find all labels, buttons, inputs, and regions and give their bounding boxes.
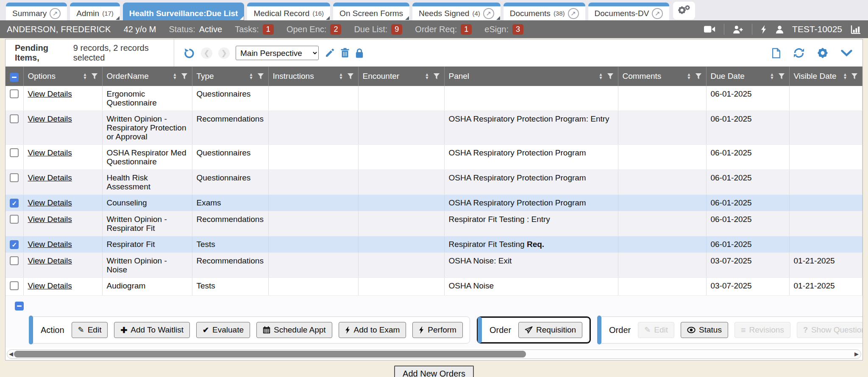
tab-medical-record[interactable]: Medical Record (16) [247,3,330,20]
delete-perspective-icon[interactable] [341,48,349,58]
row-checkbox[interactable] [10,148,19,157]
select-all-checkbox[interactable] [10,73,19,82]
row-checkbox[interactable] [10,256,19,265]
sort-icon[interactable]: ▲▼ [770,73,774,80]
popout-icon[interactable]: ↗ [652,8,663,19]
row-checkbox[interactable] [10,89,19,98]
tab-health-surveillance-due-list[interactable]: Health Surveillance:Due List [123,3,245,20]
filter-icon[interactable] [778,73,785,80]
filter-icon[interactable] [851,73,858,80]
select-all-footer-checkbox[interactable] [15,302,24,310]
row-checkbox[interactable] [10,215,19,224]
sort-icon[interactable]: ▲▼ [425,73,429,80]
column-header[interactable]: Panel ▲▼ [444,67,618,86]
popout-icon[interactable]: ↗ [568,8,579,19]
column-header[interactable]: Visible Date ▲▼ [789,67,862,86]
popout-icon[interactable]: ↗ [50,8,61,19]
column-header[interactable]: OrderName ▲▼ [102,67,192,86]
count-badge[interactable]: 9 [391,24,402,35]
requisition-button[interactable]: Requisition [518,322,582,338]
count-badge[interactable]: 1 [461,24,472,35]
add-to-exam-button[interactable]: Add to Exam [339,322,406,338]
sort-icon[interactable]: ▲▼ [173,73,177,80]
cell-type: Tests [192,236,268,253]
edit-button[interactable]: ✎ Edit [72,322,108,338]
filter-icon[interactable] [347,73,354,80]
sort-icon[interactable]: ▲▼ [843,73,847,80]
count-badge[interactable]: 2 [330,24,341,35]
new-document-icon[interactable] [772,48,781,58]
video-camera-icon[interactable] [704,25,715,33]
add-to-waitlist-button[interactable]: ✚ Add To Waitlist [114,322,190,338]
tab-on-screen-forms[interactable]: On Screen Forms [333,3,409,20]
column-header[interactable]: Encounter ▲▼ [358,67,444,86]
view-details-link[interactable]: View Details [28,173,72,182]
filter-icon[interactable] [91,73,98,80]
filter-icon[interactable] [607,73,614,80]
column-header[interactable]: Instructions ▲▼ [268,67,358,86]
tab-admin[interactable]: Admin (17) [70,3,120,20]
show-question-button[interactable]: ? Show Question [797,322,862,338]
filter-icon[interactable] [433,73,440,80]
row-checkbox[interactable] [10,281,19,290]
perspective-select[interactable]: Main Perspective [236,46,319,60]
tab-needs-signed[interactable]: Needs Signed (4) ↗ [412,3,501,20]
row-checkbox[interactable] [10,199,19,208]
schedule-appt-button[interactable]: Schedule Appt [256,322,332,338]
view-details-link[interactable]: View Details [28,148,72,157]
column-header[interactable]: Comments ▲▼ [618,67,706,86]
scrollbar-thumb[interactable] [14,351,526,358]
status-button[interactable]: Status [681,322,728,338]
settings-gear-icon[interactable] [817,47,828,58]
bar-chart-icon[interactable] [851,25,861,34]
lock-icon[interactable] [355,48,364,58]
view-details-link[interactable]: View Details [28,256,72,265]
refresh-icon[interactable] [793,47,804,58]
row-checkbox[interactable] [10,173,19,182]
column-header[interactable]: Due Date ▲▼ [706,67,789,86]
bolt-icon[interactable] [761,25,767,34]
perform-button[interactable]: Perform [412,322,463,338]
column-header[interactable]: Options ▲▼ [23,67,102,86]
filter-icon[interactable] [181,73,188,80]
scroll-right-icon[interactable]: ▶ [854,351,859,358]
row-checkbox[interactable] [10,240,19,249]
sort-icon[interactable]: ▲▼ [599,73,603,80]
sort-icon[interactable]: ▲▼ [249,73,253,80]
undo-icon[interactable] [184,47,195,59]
revisions-button[interactable]: ≡ Revisions [734,322,790,338]
horizontal-scrollbar[interactable]: ◀ ▶ [7,349,861,359]
person-icon[interactable] [776,25,784,33]
view-details-link[interactable]: View Details [28,215,72,224]
sort-icon[interactable]: ▲▼ [339,73,343,80]
view-details-link[interactable]: View Details [28,281,72,290]
filter-icon[interactable] [695,73,702,80]
scroll-left-icon[interactable]: ◀ [9,351,13,358]
count-badge[interactable]: 3 [512,24,523,35]
tab-documents[interactable]: Documents (38) ↗ [504,3,585,20]
next-record-icon[interactable]: ❯ [218,47,230,59]
edit-button[interactable]: ✎ Edit [638,322,674,338]
collapse-chevron-icon[interactable] [841,50,852,56]
edit-perspective-icon[interactable] [325,48,335,58]
filter-icon[interactable] [257,73,264,80]
view-details-link[interactable]: View Details [28,198,72,207]
row-checkbox[interactable] [10,114,19,123]
view-details-link[interactable]: View Details [28,89,72,98]
tab-documents-dv[interactable]: Documents-DV ↗ [588,3,670,20]
tab-settings-button[interactable] [673,2,695,19]
view-details-link[interactable]: View Details [28,240,72,249]
bolt-icon [345,326,351,334]
add-new-orders-button[interactable]: Add New Orders [394,366,474,377]
column-header[interactable]: Type ▲▼ [192,67,268,86]
view-details-link[interactable]: View Details [28,114,72,123]
evaluate-button[interactable]: ✔ Evaluate [196,322,250,338]
prev-record-icon[interactable]: ❮ [201,47,212,59]
group-label: Action [41,325,64,335]
count-badge[interactable]: 1 [263,24,274,35]
tab-summary[interactable]: Summary ↗ [6,3,67,20]
popout-icon[interactable]: ↗ [483,8,494,19]
sort-icon[interactable]: ▲▼ [687,73,691,80]
add-user-icon[interactable] [733,25,743,33]
sort-icon[interactable]: ▲▼ [83,73,87,80]
